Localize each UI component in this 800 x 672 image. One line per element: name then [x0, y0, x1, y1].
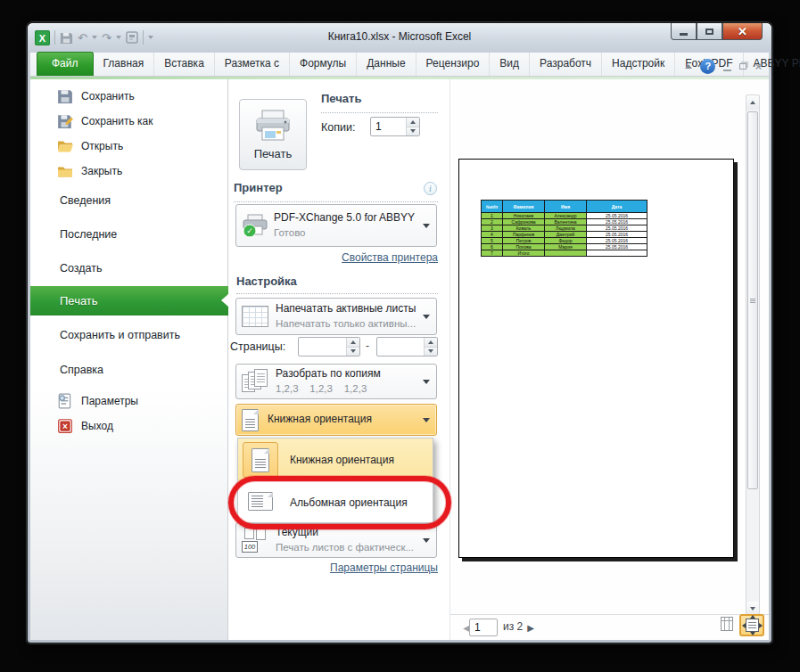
pages-label: Страницы: — [230, 340, 285, 353]
table-cell: 1 — [482, 213, 503, 219]
minimize-button[interactable] — [671, 23, 697, 40]
collapse-ribbon-icon[interactable] — [685, 64, 692, 69]
pages-range-dash: - — [366, 340, 369, 352]
table-cell: 4 — [482, 232, 503, 238]
stepper-down-icon[interactable] — [425, 347, 437, 356]
table-cell: Николаев — [503, 213, 545, 219]
table-cell: Попова — [503, 244, 545, 250]
scrollbar-thumb[interactable] — [747, 111, 758, 489]
chevron-down-icon — [423, 418, 430, 422]
table-cell: Александр — [545, 213, 587, 219]
print-what-title: Напечатать активные листы — [276, 301, 416, 316]
doc-restore-icon[interactable] — [739, 63, 746, 70]
collate-icon — [242, 369, 270, 394]
tab-home[interactable]: Главная — [94, 53, 155, 76]
printer-select[interactable]: ✓ PDF-XChange 5.0 for ABBYY Готово — [235, 204, 437, 247]
copies-label: Копии: — [321, 121, 355, 134]
table-row: 4ПарфеновДмитрий25.05.2016 — [482, 232, 647, 238]
annotation-highlight — [228, 476, 451, 529]
table-cell — [587, 250, 647, 257]
table-cell: Дмитрий — [545, 232, 587, 238]
table-header: №п/п — [482, 201, 503, 213]
collate-title: Разобрать по копиям — [276, 366, 381, 381]
tab-addins[interactable]: Надстройк — [602, 53, 675, 76]
close-button[interactable]: ✕ — [722, 23, 763, 40]
pages-from-stepper[interactable] — [298, 337, 360, 356]
print-button[interactable]: Печать — [239, 99, 307, 170]
tab-insert[interactable]: Вставка — [154, 53, 215, 76]
margins-icon — [721, 617, 733, 631]
tab-developer[interactable]: Разработч — [530, 53, 602, 76]
selected-icon-box — [243, 442, 278, 478]
table-cell: Валентина — [545, 219, 587, 225]
printer-device-icon: ✓ — [242, 214, 268, 237]
stepper-buttons — [406, 118, 419, 135]
table-cell: Федор — [545, 238, 587, 244]
screenshot-stage: X ↶ ↷ Книга10.xlsx - Microsoft Excel — [0, 0, 800, 672]
table-row: 3КовальЛюдмила25.05.2016 — [482, 225, 647, 232]
section-divider — [321, 112, 438, 113]
doc-close-icon[interactable]: × — [755, 61, 762, 72]
stepper-up-icon[interactable] — [425, 338, 437, 347]
printer-name: PDF-XChange 5.0 for ABBYY — [274, 210, 415, 225]
stepper-up-icon[interactable] — [407, 118, 419, 127]
chevron-down-icon — [423, 315, 430, 319]
table-cell: Сафронова — [503, 219, 545, 225]
titlebar: X ↶ ↷ Книга10.xlsx - Microsoft Excel — [28, 23, 771, 53]
preview-table: №п/п Фамилия Имя Дата 1НиколаевАлександр… — [481, 200, 647, 257]
zoom-to-page-button[interactable] — [739, 614, 764, 636]
tab-review[interactable]: Рецензиро — [416, 53, 491, 76]
print-what-select[interactable]: Напечатать активные листы Напечатать тол… — [235, 298, 437, 335]
info-icon[interactable]: i — [424, 182, 437, 195]
window-controls: ✕ — [671, 23, 763, 40]
print-preview-pane: №п/п Фамилия Имя Дата 1НиколаевАлександр… — [449, 79, 769, 640]
table-cell: 25.05.2016 — [587, 219, 647, 225]
tab-data[interactable]: Данные — [357, 53, 416, 76]
page-setup-link[interactable]: Параметры страницы — [318, 561, 438, 574]
ribbon-tab-bar: Файл Главная Вставка Разметка с Формулы … — [30, 53, 769, 77]
worksheet-icon — [242, 306, 268, 327]
scale-icon: 100 — [242, 528, 270, 553]
maximize-button[interactable] — [697, 23, 722, 40]
tab-file[interactable]: Файл — [37, 52, 94, 76]
collate-subtitle: 1,2,3 1,2,3 1,2,3 — [276, 381, 381, 397]
print-button-label: Печать — [254, 147, 293, 160]
section-settings-header: Настройка — [236, 275, 297, 288]
section-printer-header: Принтер — [234, 181, 283, 194]
table-header: Дата — [587, 201, 647, 213]
portrait-page-icon — [242, 409, 259, 431]
svg-text:✓: ✓ — [246, 226, 253, 235]
section-divider — [236, 293, 438, 294]
table-cell: 5 — [482, 238, 503, 244]
chevron-down-icon — [423, 224, 430, 228]
menu-item-portrait[interactable]: Книжная ориентация — [238, 438, 433, 481]
arrow-down-icon — [750, 607, 755, 611]
stepper-up-icon[interactable] — [347, 338, 359, 347]
scroll-up-button[interactable] — [746, 95, 759, 110]
copies-stepper[interactable]: 1 — [370, 117, 420, 136]
table-cell: Людмила — [545, 225, 587, 232]
stepper-down-icon[interactable] — [407, 127, 419, 136]
pages-to-stepper[interactable] — [376, 337, 438, 356]
next-page-button[interactable]: ▶ — [525, 621, 536, 634]
current-page-input[interactable]: 1 — [469, 619, 498, 636]
doc-minimize-icon[interactable] — [723, 70, 731, 71]
table-cell: Парфенов — [503, 232, 545, 238]
chevron-down-icon — [423, 538, 430, 543]
preview-scrollbar[interactable] — [746, 94, 760, 617]
orientation-select[interactable]: Книжная ориентация — [235, 404, 437, 436]
collate-select[interactable]: Разобрать по копиям 1,2,3 1,2,3 1,2,3 — [235, 364, 437, 399]
portrait-page-icon — [252, 448, 269, 472]
section-print-header: Печать — [321, 92, 361, 105]
tab-formulas[interactable]: Формулы — [290, 53, 357, 76]
show-margins-button[interactable] — [717, 614, 737, 634]
help-icon[interactable]: ? — [700, 59, 715, 74]
minimize-icon — [680, 33, 688, 36]
tab-view[interactable]: Вид — [490, 53, 530, 76]
stepper-down-icon[interactable] — [347, 347, 359, 356]
table-cell: 25.05.2016 — [587, 238, 647, 244]
table-row: 5ПетровФедор25.05.2016 — [482, 238, 647, 244]
table-cell — [545, 250, 587, 257]
tab-page-layout[interactable]: Разметка с — [215, 53, 290, 76]
printer-properties-link[interactable]: Свойства принтера — [325, 251, 438, 264]
